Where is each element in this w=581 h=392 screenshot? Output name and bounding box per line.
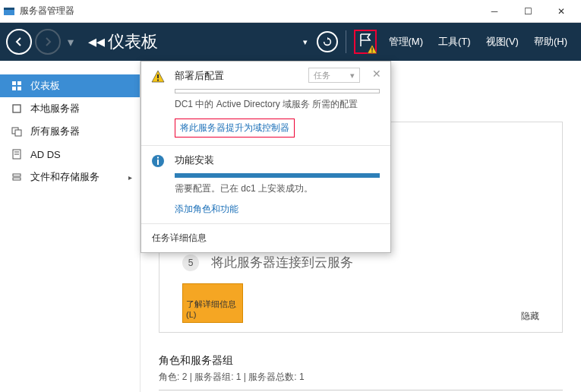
nav-forward-button[interactable] — [35, 29, 61, 55]
warning-badge-icon — [367, 44, 377, 55]
sidebar-item-all-servers[interactable]: 所有服务器 — [0, 120, 140, 143]
svg-rect-17 — [157, 80, 159, 81]
info-icon — [150, 153, 166, 169]
svg-rect-2 — [371, 47, 372, 50]
notification-title: 功能安装 — [175, 153, 380, 167]
adds-icon — [11, 149, 23, 160]
popup-close-button[interactable]: ✕ — [372, 68, 381, 80]
sidebar: 仪表板 本地服务器 所有服务器 AD DS 文件和存储服务 ▸ — [0, 61, 141, 392]
roles-section-title: 角色和服务器组 — [159, 354, 563, 368]
svg-rect-8 — [13, 105, 21, 112]
warning-icon — [150, 69, 166, 84]
refresh-button[interactable] — [312, 23, 343, 61]
notification-desc: DC1 中的 Active Directory 域服务 所需的配置 — [175, 98, 380, 111]
sidebar-item-label: 所有服务器 — [30, 125, 80, 138]
svg-rect-3 — [371, 52, 372, 52]
progress-bar-empty — [175, 89, 380, 93]
app-icon — [3, 5, 15, 17]
breadcrumb-chevron-icon: ◂◂ — [88, 32, 105, 52]
svg-rect-1 — [4, 8, 14, 10]
header-dropdown-button[interactable]: ▾ — [298, 23, 312, 61]
menu-help[interactable]: 帮助(H) — [526, 35, 575, 49]
roles-section-subtitle: 角色: 2 | 服务器组: 1 | 服务器总数: 1 — [159, 371, 563, 390]
chevron-right-icon: ▸ — [128, 173, 132, 182]
tasks-dropdown[interactable]: 任务▾ — [308, 68, 360, 83]
title-bar: 服务器管理器 ─ ☐ ✕ — [0, 0, 581, 23]
task-details-link[interactable]: 任务详细信息 — [141, 224, 390, 252]
window-title: 服务器管理器 — [20, 5, 478, 17]
svg-rect-7 — [17, 87, 21, 90]
nav-history-dropdown[interactable]: ▾ — [64, 35, 77, 49]
svg-rect-16 — [157, 74, 159, 78]
svg-rect-10 — [15, 130, 21, 136]
svg-rect-15 — [13, 178, 21, 180]
menu-tools[interactable]: 工具(T) — [431, 35, 478, 49]
promote-to-dc-link[interactable]: 将此服务器提升为域控制器 — [175, 119, 295, 138]
svg-rect-19 — [157, 160, 159, 165]
storage-icon — [11, 172, 23, 182]
servers-icon — [11, 126, 23, 137]
sidebar-item-label: 文件和存储服务 — [30, 170, 99, 184]
nav-back-button[interactable] — [6, 29, 32, 55]
maximize-button[interactable]: ☐ — [511, 1, 545, 22]
link-cloud-connect[interactable]: 将此服务器连接到云服务 — [211, 254, 353, 271]
progress-bar-full — [175, 173, 380, 178]
sidebar-item-label: 本地服务器 — [30, 102, 80, 115]
header-separator — [346, 30, 346, 53]
sidebar-item-label: AD DS — [30, 149, 61, 160]
notification-item-deploy: 任务▾ ✕ 部署后配置 DC1 中的 Active Directory 域服务 … — [141, 62, 390, 146]
svg-rect-20 — [157, 157, 159, 159]
notification-desc: 需要配置。已在 dc1 上安装成功。 — [175, 182, 380, 195]
notifications-button[interactable] — [349, 23, 381, 61]
learn-more-label: 了解详细信息(L) — [186, 299, 239, 319]
server-icon — [11, 103, 23, 114]
header-bar: ▾ ◂◂ 仪表板 ▾ 管理(M) 工具(T) 视图(V) 帮助(H) — [0, 23, 581, 61]
sidebar-item-file-storage[interactable]: 文件和存储服务 ▸ — [0, 166, 140, 188]
step-5-number: 5 — [182, 254, 199, 271]
notifications-popup: 任务▾ ✕ 部署后配置 DC1 中的 Active Directory 域服务 … — [141, 61, 391, 253]
roles-section: 角色和服务器组 角色: 2 | 服务器组: 1 | 服务器总数: 1 — [159, 354, 563, 390]
hide-link[interactable]: 隐藏 — [521, 310, 539, 323]
sidebar-item-local-server[interactable]: 本地服务器 — [0, 97, 140, 120]
menu-view[interactable]: 视图(V) — [478, 35, 526, 49]
svg-rect-6 — [12, 87, 16, 90]
add-roles-features-link[interactable]: 添加角色和功能 — [175, 203, 238, 216]
menu-manage[interactable]: 管理(M) — [381, 35, 431, 49]
notification-item-install: 功能安装 需要配置。已在 dc1 上安装成功。 添加角色和功能 — [141, 146, 390, 224]
learn-more-tile[interactable]: 了解详细信息(L) — [182, 283, 243, 323]
svg-rect-5 — [17, 81, 21, 85]
sidebar-item-dashboard[interactable]: 仪表板 — [0, 74, 140, 97]
svg-rect-4 — [12, 81, 16, 85]
close-button[interactable]: ✕ — [545, 1, 578, 22]
sidebar-item-label: 仪表板 — [30, 79, 60, 93]
svg-rect-14 — [13, 174, 21, 176]
breadcrumb-title: 仪表板 — [108, 30, 158, 53]
minimize-button[interactable]: ─ — [478, 1, 511, 22]
dashboard-icon — [11, 81, 23, 91]
sidebar-item-adds[interactable]: AD DS — [0, 143, 140, 166]
